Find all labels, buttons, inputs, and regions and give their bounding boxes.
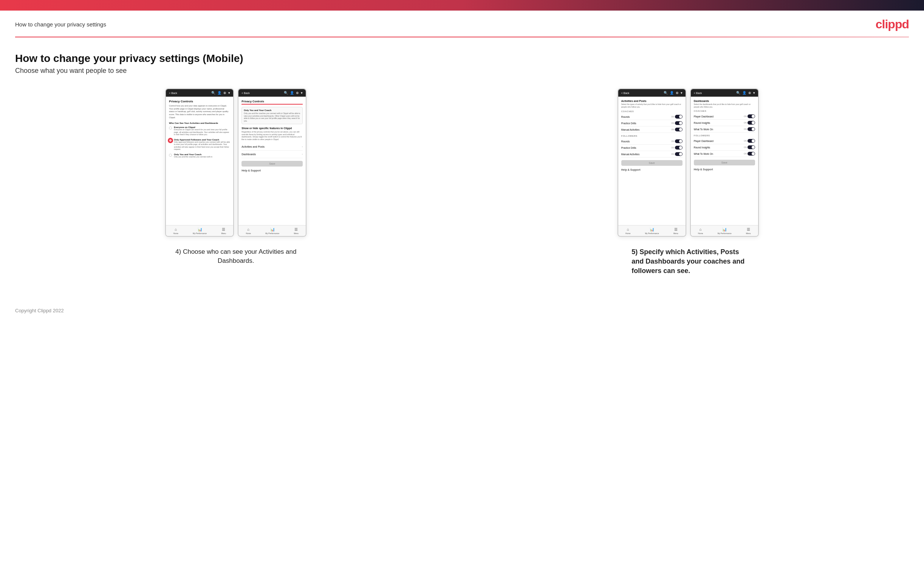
profile-icon-s2[interactable]: 👤 [290, 91, 294, 95]
search-icon-s4[interactable]: 🔍 [736, 91, 740, 95]
coaches-round-insights-switch[interactable] [748, 121, 755, 125]
coaches-manual-toggle[interactable]: ON [671, 127, 683, 131]
radio-circle-only-you [169, 154, 172, 157]
menu-item-activities-label: Activities and Posts [241, 145, 265, 148]
tab-menu-s3[interactable]: ☰ Menu [674, 227, 678, 234]
settings-icon-s4[interactable]: ⊕ [748, 91, 751, 95]
screen2-back[interactable]: < Back [241, 92, 250, 94]
screen-1: < Back 🔍 👤 ⊕ ▾ Privacy Controls Control … [165, 89, 234, 237]
followers-what-to-work-toggle[interactable]: ON [744, 152, 755, 156]
screen1-back[interactable]: < Back [169, 92, 177, 94]
coaches-drills-label: Practice Drills [621, 122, 636, 125]
search-icon[interactable]: 🔍 [211, 91, 215, 95]
radio-option-approved[interactable]: Only Approved Followers and Your Coach O… [169, 139, 230, 151]
screen4-body: Dashboards Select the dashboards that yo… [691, 97, 758, 225]
followers-drills-row: Practice Drills ON [621, 145, 683, 151]
screen4-help[interactable]: Help & Support [694, 168, 755, 171]
followers-drills-toggle[interactable]: ON [671, 146, 683, 150]
settings-icon-s3[interactable]: ⊕ [676, 91, 679, 95]
screen3-save-btn[interactable]: Save [621, 160, 683, 166]
followers-manual-label: Manual Activities [621, 153, 640, 156]
followers-manual-toggle[interactable]: ON [671, 152, 683, 156]
caption-5: 5) Specify which Activities, Posts and D… [632, 247, 745, 276]
followers-round-insights-toggle[interactable]: ON [744, 145, 755, 149]
coaches-round-insights-toggle-label: ON [744, 122, 747, 124]
coaches-drills-row: Practice Drills ON [621, 120, 683, 126]
tab-perf-s2[interactable]: 📊 My Performance [265, 227, 279, 234]
tab-home-s3[interactable]: ⌂ Home [625, 227, 630, 234]
screen3-help[interactable]: Help & Support [621, 168, 683, 171]
coaches-player-dash-toggle[interactable]: ON [744, 114, 755, 118]
followers-player-dash-row: Player Dashboard ON [694, 138, 755, 144]
followers-round-insights-switch[interactable] [748, 145, 755, 149]
radio-option-only-you[interactable]: Only You and Your Coach Only you and the… [169, 153, 230, 158]
phones-3-4: < Back 🔍 👤 ⊕ ▾ Activities and Posts Sele… [617, 89, 759, 237]
screen3-back[interactable]: < Back [621, 92, 630, 94]
chevron-activities: › [302, 145, 303, 148]
coaches-rounds-row: Rounds ON [621, 114, 683, 120]
perf-icon-s1: 📊 [198, 227, 202, 232]
perf-icon-s3: 📊 [649, 227, 654, 232]
group-3-4: < Back 🔍 👤 ⊕ ▾ Activities and Posts Sele… [467, 89, 909, 276]
caption-5-line2: and Dashboards your coaches and [632, 257, 745, 266]
coaches-player-dash-switch[interactable] [748, 114, 755, 118]
settings-icon-s2[interactable]: ⊕ [296, 91, 299, 95]
screen4-save-btn[interactable]: Save [694, 160, 755, 165]
chevron-down-icon-s3: ▾ [681, 91, 683, 95]
coaches-what-to-work-switch[interactable] [748, 127, 755, 131]
followers-round-insights-row: Round Insights ON [694, 144, 755, 151]
home-icon-s2: ⌂ [247, 227, 249, 232]
followers-rounds-switch[interactable] [675, 139, 683, 143]
followers-what-to-work-label: What To Work On [694, 153, 713, 155]
coaches-what-to-work-toggle[interactable]: ON [744, 127, 755, 131]
screen1-nav-icons: 🔍 👤 ⊕ ▾ [211, 91, 230, 95]
screen2-navbar: < Back 🔍 👤 ⊕ ▾ [239, 89, 306, 97]
search-icon-s3[interactable]: 🔍 [664, 91, 668, 95]
screen3-navbar: < Back 🔍 👤 ⊕ ▾ [618, 89, 685, 97]
screen1-navbar: < Back 🔍 👤 ⊕ ▾ [166, 89, 233, 97]
followers-manual-switch[interactable] [675, 152, 683, 156]
tab-menu-s4[interactable]: ☰ Menu [746, 227, 751, 234]
coaches-what-to-work-label: What To Work On [694, 128, 713, 131]
screen4-back[interactable]: < Back [694, 92, 702, 94]
radio-option-everyone[interactable]: Everyone on Clippd Everyone on Clippd ca… [169, 126, 230, 136]
menu-icon-s1: ☰ [222, 227, 225, 232]
tab-perf-s4[interactable]: 📊 My Performance [718, 227, 732, 234]
chevron-down-icon-s4: ▾ [753, 91, 755, 95]
coaches-player-dash-row: Player Dashboard ON [694, 113, 755, 120]
tab-menu-s1[interactable]: ☰ Menu [221, 227, 226, 234]
coaches-drills-toggle[interactable]: ON [671, 121, 683, 125]
tab-menu-label-s4: Menu [746, 232, 751, 234]
tab-perf-s1[interactable]: 📊 My Performance [193, 227, 207, 234]
followers-rounds-toggle[interactable]: ON [671, 139, 683, 143]
perf-icon-s2: 📊 [270, 227, 275, 232]
footer: Copyright Clippd 2022 [0, 299, 924, 322]
menu-item-activities[interactable]: Activities and Posts › [241, 143, 303, 151]
coaches-rounds-toggle[interactable]: ON [671, 115, 683, 119]
followers-what-to-work-switch[interactable] [748, 152, 755, 156]
tab-perf-s3[interactable]: 📊 My Performance [645, 227, 659, 234]
settings-icon[interactable]: ⊕ [223, 91, 226, 95]
coaches-drills-switch[interactable] [675, 121, 683, 125]
screen2-help[interactable]: Help & Support [241, 169, 303, 172]
tab-perf-label-s4: My Performance [718, 232, 732, 234]
show-hide-title: Show or hide specific features in Clippd [241, 127, 303, 129]
coaches-round-insights-label: Round Insights [694, 122, 710, 124]
tab-home-s4[interactable]: ⌂ Home [698, 227, 703, 234]
search-icon-s2[interactable]: 🔍 [284, 91, 288, 95]
coaches-manual-switch[interactable] [675, 127, 683, 131]
coaches-rounds-switch[interactable] [675, 115, 683, 119]
followers-player-dash-toggle[interactable]: ON [744, 139, 755, 143]
profile-icon-s3[interactable]: 👤 [670, 91, 674, 95]
profile-icon-s4[interactable]: 👤 [742, 91, 746, 95]
followers-drills-switch[interactable] [675, 146, 683, 150]
screen1-desc: Control how you and your data appears to… [169, 105, 230, 119]
tab-menu-s2[interactable]: ☰ Menu [294, 227, 299, 234]
tab-home-s2[interactable]: ⌂ Home [246, 227, 250, 234]
profile-icon[interactable]: 👤 [217, 91, 221, 95]
tab-home-s1[interactable]: ⌂ Home [173, 227, 178, 234]
screen2-save-btn[interactable]: Save [241, 161, 303, 166]
followers-player-dash-switch[interactable] [748, 139, 755, 143]
menu-item-dashboards[interactable]: Dashboards › [241, 151, 303, 158]
coaches-round-insights-toggle[interactable]: ON [744, 121, 755, 125]
